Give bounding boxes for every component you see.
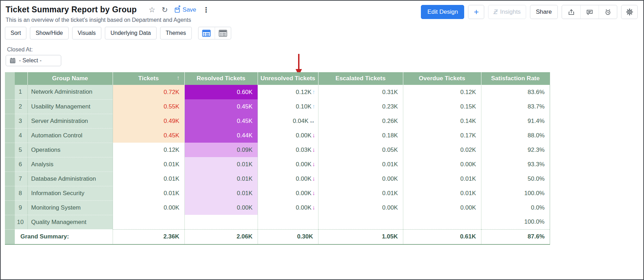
share-button[interactable]: Share — [530, 5, 558, 19]
cell-satisfaction-rate[interactable]: 83.7% — [481, 99, 550, 114]
cell-tickets[interactable]: 0.01K — [113, 157, 184, 172]
save-button[interactable]: * Save — [174, 6, 196, 13]
header-escalated-tickets[interactable]: Escalated Tickets — [318, 72, 403, 85]
row-number: 4 — [5, 128, 27, 143]
cell-resolved-tickets[interactable]: 0.45K — [184, 114, 258, 128]
cell-escalated-tickets[interactable]: 0.00K — [318, 172, 403, 186]
cell-unresolved-tickets[interactable]: 0.03K↓ — [258, 143, 318, 157]
zia-insights-button[interactable]: Ƶ Insights — [488, 5, 526, 19]
cell-tickets[interactable]: 0.72K — [113, 85, 184, 99]
refresh-icon[interactable]: ↻ — [162, 6, 168, 13]
cell-escalated-tickets[interactable]: 0.00K — [318, 200, 403, 215]
cell-satisfaction-rate[interactable]: 91.4% — [481, 114, 550, 128]
export-button[interactable] — [562, 5, 580, 19]
cell-escalated-tickets[interactable] — [318, 215, 403, 229]
cell-escalated-tickets[interactable]: 0.31K — [318, 85, 403, 99]
cell-resolved-tickets[interactable]: 0.60K — [184, 85, 258, 99]
schedule-alert-button[interactable] — [599, 5, 617, 19]
cell-unresolved-tickets[interactable]: 0.00K↓ — [258, 157, 318, 172]
cell-satisfaction-rate[interactable]: 100.0% — [481, 186, 550, 200]
calendar-icon — [10, 57, 16, 64]
cell-escalated-tickets[interactable]: 0.01K — [318, 157, 403, 172]
add-button[interactable]: + — [468, 5, 484, 19]
cell-tickets[interactable]: 0.01K — [113, 172, 184, 186]
cell-resolved-tickets[interactable]: 0.45K — [184, 99, 258, 114]
cell-group-name[interactable]: Analysis — [27, 157, 113, 172]
compact-view-button[interactable] — [215, 27, 231, 39]
cell-unresolved-tickets[interactable]: 0.00K↓ — [258, 172, 318, 186]
cell-satisfaction-rate[interactable]: 100.0% — [481, 215, 550, 229]
cell-tickets[interactable]: 0.55K — [113, 99, 184, 114]
cell-unresolved-tickets[interactable] — [258, 215, 318, 229]
cell-overdue-tickets[interactable]: 0.12K — [403, 85, 481, 99]
cell-escalated-tickets[interactable]: 0.23K — [318, 99, 403, 114]
cell-unresolved-tickets[interactable]: 0.04K↔ — [258, 114, 318, 128]
cell-group-name[interactable]: Monitoring System — [27, 200, 113, 215]
header-overdue-tickets[interactable]: Overdue Tickets — [403, 72, 481, 85]
cell-unresolved-tickets[interactable]: 0.00K↓ — [258, 186, 318, 200]
header-group-name[interactable]: Group Name — [27, 72, 113, 85]
visuals-button[interactable]: Visuals — [72, 27, 101, 39]
cell-group-name[interactable]: Automation Control — [27, 128, 113, 143]
favorite-star-icon[interactable]: ☆ — [149, 6, 155, 13]
cell-overdue-tickets[interactable]: 0.01K — [403, 186, 481, 200]
cell-escalated-tickets[interactable]: 0.01K — [318, 186, 403, 200]
cell-escalated-tickets[interactable]: 0.05K — [318, 143, 403, 157]
cell-group-name[interactable]: Operations — [27, 143, 113, 157]
cell-satisfaction-rate[interactable]: 50.0% — [481, 172, 550, 186]
header-unresolved-tickets[interactable]: Unresolved Tickets — [258, 72, 318, 85]
cell-group-name[interactable]: Information Security — [27, 186, 113, 200]
cell-satisfaction-rate[interactable]: 92.3% — [481, 143, 550, 157]
cell-resolved-tickets[interactable] — [184, 215, 258, 229]
cell-resolved-tickets[interactable]: 0.44K — [184, 128, 258, 143]
cell-resolved-tickets[interactable]: 0.09K — [184, 143, 258, 157]
closed-at-select[interactable]: - Select - — [6, 55, 61, 66]
cell-unresolved-tickets[interactable]: 0.00K↓ — [258, 200, 318, 215]
settings-button[interactable] — [621, 5, 638, 19]
report-table: Group Name Tickets↑ Resolved Tickets Unr… — [5, 72, 643, 245]
cell-overdue-tickets[interactable]: 0.00K — [403, 157, 481, 172]
cell-overdue-tickets[interactable] — [403, 215, 481, 229]
cell-tickets[interactable]: 0.45K — [113, 128, 184, 143]
comments-button[interactable] — [580, 5, 599, 19]
cell-escalated-tickets[interactable]: 0.26K — [318, 114, 403, 128]
header-resolved-tickets[interactable]: Resolved Tickets — [184, 72, 258, 85]
sort-button[interactable]: Sort — [5, 27, 26, 39]
cell-satisfaction-rate[interactable]: 0.0% — [481, 200, 550, 215]
cell-resolved-tickets[interactable]: 0.01K — [184, 186, 258, 200]
cell-satisfaction-rate[interactable]: 83.6% — [481, 85, 550, 99]
cell-overdue-tickets[interactable]: 0.17K — [403, 128, 481, 143]
cell-tickets[interactable]: 0.01K — [113, 186, 184, 200]
cell-tickets[interactable] — [113, 215, 184, 229]
kebab-menu-icon[interactable]: ⋮ — [203, 6, 210, 13]
cell-unresolved-tickets[interactable]: 0.12K↑ — [258, 85, 318, 99]
show-hide-button[interactable]: Show/Hide — [30, 27, 68, 39]
cell-resolved-tickets[interactable]: 0.01K — [184, 157, 258, 172]
cell-resolved-tickets[interactable]: 0.01K — [184, 172, 258, 186]
cell-overdue-tickets[interactable]: 0.15K — [403, 99, 481, 114]
header-satisfaction-rate[interactable]: Satisfaction Rate — [481, 72, 550, 85]
cell-overdue-tickets[interactable]: 0.00K — [403, 200, 481, 215]
themes-button[interactable]: Themes — [160, 27, 192, 39]
underlying-data-button[interactable]: Underlying Data — [105, 27, 157, 39]
table-view-active-button[interactable] — [198, 27, 215, 39]
cell-tickets[interactable]: 0.49K — [113, 114, 184, 128]
cell-overdue-tickets[interactable]: 0.14K — [403, 114, 481, 128]
cell-escalated-tickets[interactable]: 0.18K — [318, 128, 403, 143]
cell-group-name[interactable]: Database Administration — [27, 172, 113, 186]
cell-satisfaction-rate[interactable]: 93.3% — [481, 157, 550, 172]
cell-overdue-tickets[interactable]: 0.01K — [403, 172, 481, 186]
cell-overdue-tickets[interactable]: 0.02K — [403, 143, 481, 157]
cell-unresolved-tickets[interactable]: 0.10K↑ — [258, 99, 318, 114]
cell-satisfaction-rate[interactable]: 88.0% — [481, 128, 550, 143]
cell-unresolved-tickets[interactable]: 0.00K↓ — [258, 128, 318, 143]
cell-resolved-tickets[interactable]: 0.00K — [184, 200, 258, 215]
header-tickets[interactable]: Tickets↑ — [113, 72, 184, 85]
cell-tickets[interactable]: 0.12K — [113, 143, 184, 157]
cell-group-name[interactable]: Quality Management — [27, 215, 113, 229]
cell-group-name[interactable]: Network Administration — [27, 85, 113, 99]
cell-group-name[interactable]: Server Administration — [27, 114, 113, 128]
edit-design-button[interactable]: Edit Design — [421, 5, 464, 19]
cell-group-name[interactable]: Usability Management — [27, 99, 113, 114]
cell-tickets[interactable]: 0.00K — [113, 200, 184, 215]
